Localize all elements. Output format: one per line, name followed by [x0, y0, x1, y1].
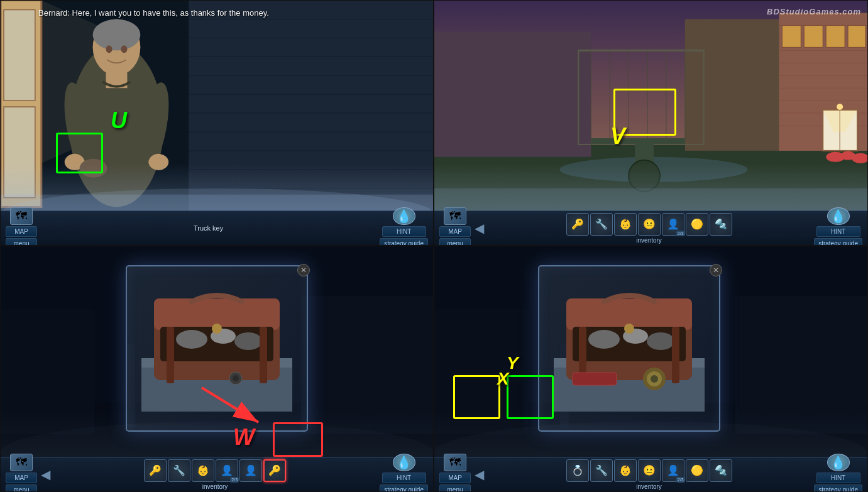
svg-rect-1 — [189, 1, 433, 214]
nav-arrow-left-bl[interactable]: ◀ — [41, 467, 50, 482]
map-icon-tr[interactable]: 🗺 — [444, 207, 466, 225]
map-icon-br[interactable]: 🗺 — [444, 454, 466, 471]
bar-right-tr: 💧 HINT strategy guide — [814, 207, 862, 246]
map-button-br[interactable]: 🗺 MAP menu — [439, 454, 471, 492]
bottom-bar-tl: 🗺 MAP menu Truck key 💧 HINT strategy gui… — [1, 210, 433, 245]
map-button-tl[interactable]: 🗺 MAP menu — [6, 207, 37, 246]
inv-item-7-br[interactable]: 🔩 — [710, 459, 732, 482]
inv-item-6-bl-highlighted[interactable]: 🔑 — [263, 459, 286, 482]
svg-point-121 — [588, 330, 620, 349]
svg-rect-51 — [826, 25, 845, 47]
inv-item-4-bl[interactable]: 👤 2/3 — [216, 459, 238, 482]
letter-v: V — [610, 123, 625, 150]
letter-w: W — [233, 424, 255, 451]
map-label-bl[interactable]: MAP — [6, 473, 37, 483]
hint-label-tr[interactable]: HINT — [816, 226, 860, 237]
hint-label-tl[interactable]: HINT — [382, 226, 426, 237]
bar-left-br: 🗺 MAP menu ◀ — [439, 454, 484, 492]
bar-left-tr: 🗺 MAP menu ◀ — [439, 207, 484, 246]
svg-point-74 — [629, 160, 660, 192]
truck-key-label: Truck key — [194, 224, 223, 232]
strategy-label-bl[interactable]: strategy guide — [380, 484, 428, 492]
strategy-label-tl[interactable]: strategy guide — [380, 238, 428, 246]
svg-point-19 — [93, 19, 141, 50]
hint-label-br[interactable]: HINT — [816, 473, 860, 483]
hint-icon-br[interactable]: 💧 — [827, 454, 850, 471]
letter-u: U — [111, 107, 127, 134]
svg-point-100 — [212, 324, 222, 334]
map-label-tl[interactable]: MAP — [6, 226, 37, 237]
hint-icon-tr[interactable]: 💧 — [827, 207, 850, 225]
svg-point-123 — [647, 332, 674, 350]
bottom-bar-tr: 🗺 MAP menu ◀ 🔑 🔧 👶 😐 👤 2/3 🟡 — [434, 210, 867, 245]
panel-bottom-left: ✕ W 🗺 MAP menu — [0, 246, 434, 492]
map-label-br[interactable]: MAP — [439, 473, 471, 483]
bottom-bar-bl: 🗺 MAP menu ◀ 🔑 🔧 👶 👤 2/3 👤 🔑 — [1, 457, 433, 491]
strategy-label-tr[interactable]: strategy guide — [814, 238, 862, 246]
inv-badge-bl: 2/3 — [230, 477, 239, 483]
svg-line-104 — [202, 388, 258, 422]
inv-item-1-br[interactable]: 💍 — [566, 459, 589, 482]
svg-rect-99 — [260, 327, 267, 383]
menu-label-tl[interactable]: menu — [6, 238, 37, 246]
inventory-label-tr: inventory — [636, 237, 662, 244]
menu-label-br[interactable]: menu — [439, 484, 471, 492]
hint-button-br[interactable]: 💧 HINT strategy guide — [814, 454, 862, 492]
inv-item-1-bl[interactable]: 🔑 — [144, 459, 167, 482]
hint-button-tr[interactable]: 💧 HINT strategy guide — [814, 207, 862, 246]
popup-close-bl[interactable]: ✕ — [297, 264, 310, 276]
svg-rect-50 — [804, 25, 823, 47]
map-label-tr[interactable]: MAP — [439, 226, 471, 237]
panel-bottom-right: ✕ X Y 🗺 MAP menu ◀ 💍 🔧 — [434, 246, 868, 492]
inventory-items-bl: 🔑 🔧 👶 👤 2/3 👤 🔑 — [144, 459, 286, 482]
map-icon-tl[interactable]: 🗺 — [10, 207, 33, 225]
svg-rect-14 — [4, 10, 35, 101]
hint-button-bl[interactable]: 💧 HINT strategy guide — [380, 454, 428, 492]
inv-item-5-tr[interactable]: 👤 2/3 — [662, 213, 684, 236]
inv-item-2-bl[interactable]: 🔧 — [168, 459, 190, 482]
inv-item-5-bl[interactable]: 👤 — [239, 459, 262, 482]
svg-point-26 — [121, 45, 127, 53]
panel-top-left: Bernard: Here, I want you to have this, … — [0, 0, 434, 246]
inv-badge-tr: 2/3 — [676, 231, 685, 236]
popup-close-br[interactable]: ✕ — [710, 264, 722, 276]
hint-icon-bl[interactable]: 💧 — [393, 454, 415, 471]
bar-left-tl: 🗺 MAP menu — [6, 207, 37, 246]
inv-item-6-br[interactable]: 🟡 — [686, 459, 708, 482]
menu-label-tr[interactable]: menu — [439, 238, 471, 246]
inv-item-7-tr[interactable]: 🔩 — [710, 213, 732, 236]
svg-rect-98 — [167, 327, 174, 383]
inv-item-4-br[interactable]: 😐 — [638, 459, 661, 482]
svg-point-95 — [176, 330, 207, 349]
panel-top-right: V BDStudioGames.com 🗺 MAP menu ◀ 🔑 🔧 👶 — [434, 0, 868, 246]
inv-item-5-br[interactable]: 👤 2/3 — [662, 459, 684, 482]
map-button-tr[interactable]: 🗺 MAP menu — [439, 207, 471, 246]
svg-rect-15 — [4, 107, 35, 198]
strategy-label-br[interactable]: strategy guide — [814, 484, 862, 492]
bar-left-bl: 🗺 MAP menu ◀ — [6, 454, 50, 492]
inventory-label-bl: inventory — [202, 483, 228, 490]
nav-arrow-left-tr[interactable]: ◀ — [475, 221, 484, 236]
inv-item-3-br[interactable]: 👶 — [614, 459, 637, 482]
inv-item-6-tr[interactable]: 🟡 — [686, 213, 708, 236]
map-icon-bl[interactable]: 🗺 — [10, 454, 33, 471]
map-button-bl[interactable]: 🗺 MAP menu — [6, 454, 37, 492]
inv-item-3-bl[interactable]: 👶 — [192, 459, 214, 482]
menu-label-bl[interactable]: menu — [6, 484, 37, 492]
svg-rect-49 — [782, 25, 801, 47]
inventory-area-tr: 🔑 🔧 👶 😐 👤 2/3 🟡 🔩 inventory — [566, 213, 732, 244]
inv-item-3-tr[interactable]: 👶 — [614, 213, 637, 236]
svg-rect-125 — [672, 327, 679, 383]
hint-icon-tl[interactable]: 💧 — [393, 207, 415, 225]
hint-button-tl[interactable]: 💧 HINT strategy guide — [380, 207, 428, 246]
svg-rect-33 — [434, 31, 591, 156]
inv-item-4-tr[interactable]: 😐 — [638, 213, 661, 236]
inv-item-2-tr[interactable]: 🔧 — [590, 213, 613, 236]
inv-item-1-tr[interactable]: 🔑 — [566, 213, 589, 236]
hint-label-bl[interactable]: HINT — [382, 473, 426, 483]
inv-item-2-br[interactable]: 🔧 — [590, 459, 613, 482]
bottom-bar-br: 🗺 MAP menu ◀ 💍 🔧 👶 😐 👤 2/3 🟡 — [434, 457, 867, 491]
svg-point-25 — [106, 45, 113, 53]
nav-arrow-left-br[interactable]: ◀ — [475, 467, 484, 482]
svg-point-126 — [624, 324, 634, 334]
